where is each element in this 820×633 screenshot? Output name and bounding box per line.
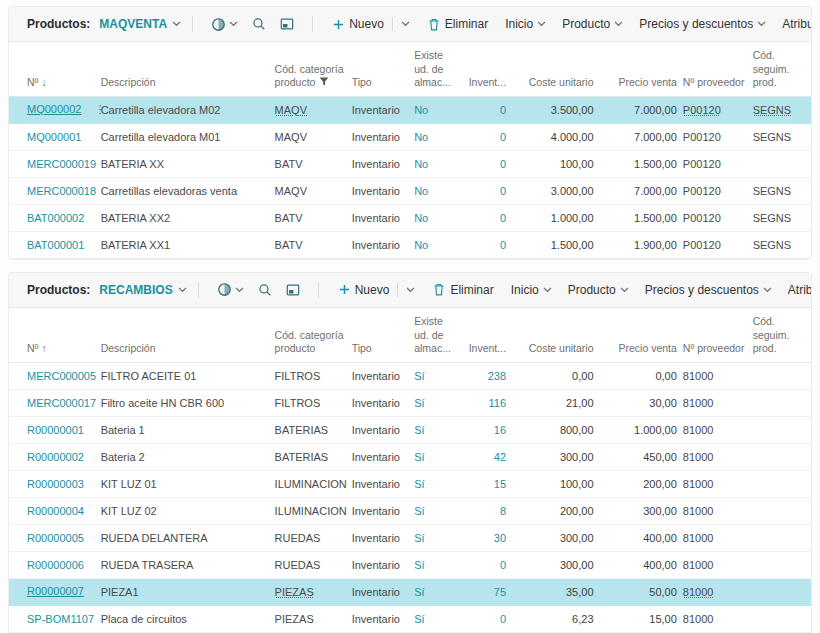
cell-invent[interactable]: 75 [463, 578, 512, 605]
cell-proveedor[interactable]: P00120 [683, 150, 753, 177]
cell-cat[interactable]: BATERIAS [275, 443, 352, 470]
cell-existe[interactable]: Sí [414, 389, 463, 416]
cell-coste[interactable]: 3.000,00 [512, 177, 599, 204]
cell-cat[interactable]: BATERIAS [275, 416, 352, 443]
delete-button[interactable]: Eliminar [433, 283, 493, 297]
cell-no[interactable]: R00000003 [9, 470, 101, 497]
cell-seguim[interactable]: SEGNS [753, 204, 811, 231]
cell-desc[interactable]: Placa de circuitos [101, 605, 275, 632]
cell-existe[interactable]: No [414, 96, 463, 123]
analyze-button[interactable] [217, 282, 244, 297]
cell-no[interactable]: BAT000001 [9, 231, 101, 258]
cell-seguim[interactable] [753, 150, 811, 177]
cell-invent[interactable]: 238 [463, 362, 512, 389]
cell-coste[interactable]: 300,00 [512, 551, 599, 578]
product-no-link[interactable]: MERC000018 [27, 185, 96, 197]
cell-existe[interactable]: No [414, 231, 463, 258]
cell-proveedor[interactable]: P00120 [683, 96, 753, 123]
product-no-link[interactable]: R00000007 [27, 585, 84, 597]
column-header-no[interactable]: Nº↓ [9, 42, 101, 96]
cell-seguim[interactable]: SEGNS [753, 96, 811, 123]
cell-cat[interactable]: RUEDAS [275, 524, 352, 551]
menu-atributos[interactable]: Atributos [788, 283, 812, 297]
cell-desc[interactable]: PIEZA1 [101, 578, 275, 605]
cell-no[interactable]: MERC000019 [9, 150, 101, 177]
cell-invent[interactable]: 0 [463, 605, 512, 632]
cell-proveedor[interactable]: P00120 [683, 204, 753, 231]
cell-precio[interactable]: 400,00 [600, 524, 683, 551]
column-header-coste[interactable]: Coste unitario [512, 42, 599, 96]
cell-desc[interactable]: Bateria 2 [101, 443, 275, 470]
cell-invent[interactable]: 0 [463, 551, 512, 578]
cell-coste[interactable]: 100,00 [512, 150, 599, 177]
cell-precio[interactable]: 1.000,00 [600, 416, 683, 443]
cell-tipo[interactable]: Inventario [352, 96, 414, 123]
new-button[interactable]: Nuevo [333, 17, 410, 31]
cell-coste[interactable]: 100,00 [512, 470, 599, 497]
cell-invent[interactable]: 30 [463, 524, 512, 551]
cell-seguim[interactable] [753, 416, 811, 443]
cell-invent[interactable]: 0 [463, 204, 512, 231]
cell-tipo[interactable]: Inventario [352, 231, 414, 258]
cell-coste[interactable]: 35,00 [512, 578, 599, 605]
cell-existe[interactable]: Sí [414, 362, 463, 389]
cell-seguim[interactable] [753, 497, 811, 524]
cell-coste[interactable]: 3.500,00 [512, 96, 599, 123]
cell-no[interactable]: R00000002 [9, 443, 101, 470]
cell-precio[interactable]: 200,00 [600, 470, 683, 497]
menu-precios-y-descuentos[interactable]: Precios y descuentos [645, 283, 772, 297]
cell-no[interactable]: BAT000002 [9, 204, 101, 231]
cell-desc[interactable]: Carretillas elevadoras venta [101, 177, 275, 204]
cell-precio[interactable]: 7.000,00 [600, 177, 683, 204]
column-header-existe[interactable]: Existe ud. de almac... [414, 42, 463, 96]
cell-precio[interactable]: 300,00 [600, 497, 683, 524]
cell-tipo[interactable]: Inventario [352, 605, 414, 632]
cell-coste[interactable]: 6,23 [512, 605, 599, 632]
cell-precio[interactable]: 0,00 [600, 362, 683, 389]
column-header-desc[interactable]: Descripción [101, 308, 275, 362]
cell-coste[interactable]: 1.500,00 [512, 231, 599, 258]
product-no-link[interactable]: R00000001 [27, 424, 84, 436]
cell-proveedor[interactable]: 81000 [683, 605, 753, 632]
product-no-link[interactable]: R00000004 [27, 505, 84, 517]
cell-proveedor[interactable]: 81000 [683, 443, 753, 470]
cell-desc[interactable]: RUEDA TRASERA [101, 551, 275, 578]
cell-proveedor[interactable]: P00120 [683, 123, 753, 150]
cell-precio[interactable]: 1.500,00 [600, 204, 683, 231]
column-header-no[interactable]: Nº↑ [9, 308, 101, 362]
column-header-tipo[interactable]: Tipo [352, 308, 414, 362]
product-no-link[interactable]: BAT000002 [27, 212, 84, 224]
cell-tipo[interactable]: Inventario [352, 524, 414, 551]
cell-cat[interactable]: MAQV [275, 177, 352, 204]
cell-proveedor[interactable]: 81000 [683, 362, 753, 389]
product-no-link[interactable]: R00000006 [27, 559, 84, 571]
cell-invent[interactable]: 8 [463, 497, 512, 524]
cell-precio[interactable]: 400,00 [600, 551, 683, 578]
cell-invent[interactable]: 42 [463, 443, 512, 470]
cell-existe[interactable]: Sí [414, 416, 463, 443]
cell-proveedor[interactable]: 81000 [683, 389, 753, 416]
cell-desc[interactable]: Carretilla elevadora M01 [101, 123, 275, 150]
product-no-link[interactable]: R00000003 [27, 478, 84, 490]
cell-invent[interactable]: 0 [463, 123, 512, 150]
cell-no[interactable]: MERC000018 [9, 177, 101, 204]
menu-producto[interactable]: Producto [562, 17, 623, 31]
cell-precio[interactable]: 7.000,00 [600, 123, 683, 150]
column-header-invent[interactable]: Invent... [463, 42, 512, 96]
menu-inicio[interactable]: Inicio [505, 17, 546, 31]
menu-inicio[interactable]: Inicio [511, 283, 552, 297]
cell-invent[interactable]: 0 [463, 177, 512, 204]
column-header-desc[interactable]: Descripción [101, 42, 275, 96]
cell-no[interactable]: R00000005 [9, 524, 101, 551]
cell-coste[interactable]: 300,00 [512, 524, 599, 551]
cell-invent[interactable]: 0 [463, 231, 512, 258]
cell-desc[interactable]: RUEDA DELANTERA [101, 524, 275, 551]
cell-seguim[interactable] [753, 605, 811, 632]
cell-proveedor[interactable]: 81000 [683, 416, 753, 443]
cell-proveedor[interactable]: 81000 [683, 524, 753, 551]
cell-seguim[interactable]: SEGNS [753, 123, 811, 150]
cell-tipo[interactable]: Inventario [352, 150, 414, 177]
column-header-seguim[interactable]: Cód. seguim. prod. [753, 308, 811, 362]
column-header-coste[interactable]: Coste unitario [512, 308, 599, 362]
cell-proveedor[interactable]: 81000 [683, 578, 753, 605]
